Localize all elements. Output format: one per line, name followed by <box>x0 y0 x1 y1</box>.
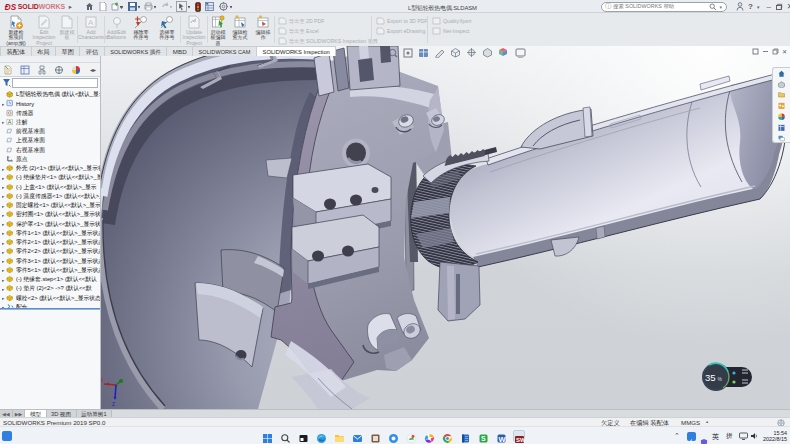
svg-text:S: S <box>481 435 486 442</box>
svg-text:WORKS: WORKS <box>39 3 66 10</box>
svg-text:▸: ▸ <box>69 3 73 10</box>
svg-text:A: A <box>88 18 94 27</box>
svg-text:ÐS: ÐS <box>5 3 17 12</box>
svg-text:W: W <box>499 434 507 443</box>
svg-text:35: 35 <box>705 372 716 383</box>
svg-text:A: A <box>8 119 12 125</box>
svg-text:SW: SW <box>516 437 525 443</box>
svg-text:SOLID: SOLID <box>18 3 39 10</box>
svg-text:Z: Z <box>112 401 115 407</box>
svg-text:%: % <box>718 376 723 382</box>
